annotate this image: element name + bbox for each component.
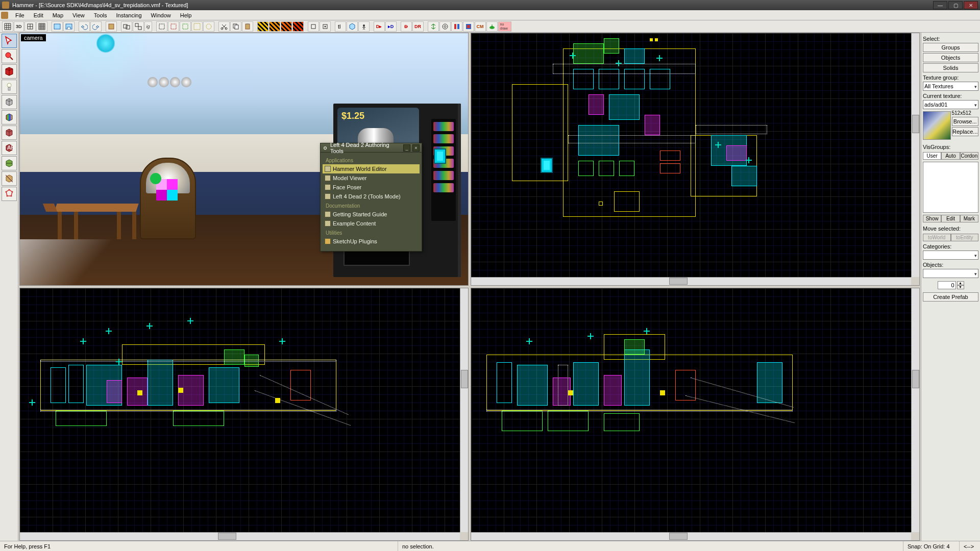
selection-tool[interactable] (2, 34, 17, 48)
faces-input[interactable] (938, 281, 956, 289)
tex-lock-button[interactable] (257, 21, 268, 32)
scrollbar-horizontal[interactable] (471, 277, 911, 285)
camera-tool[interactable] (2, 64, 17, 79)
cordon-button[interactable] (191, 21, 203, 32)
faces-down-button[interactable]: ▼ (957, 285, 964, 289)
carve-button[interactable] (106, 21, 117, 32)
faces-up-button[interactable]: ▲ (957, 281, 964, 285)
visgroup-tab-user[interactable]: User (923, 152, 941, 160)
group-button[interactable] (121, 21, 132, 32)
texture-tool[interactable] (2, 110, 17, 124)
detail-sprites-button[interactable] (486, 21, 498, 32)
menu-instancing[interactable]: Instancing (112, 11, 145, 19)
menu-tools[interactable]: Tools (90, 11, 111, 19)
show-collision-button[interactable] (463, 21, 474, 32)
cut-button[interactable] (218, 21, 230, 32)
grid-larger-button[interactable] (36, 21, 47, 32)
load-window-button[interactable] (52, 21, 63, 32)
select-solids-button[interactable]: Solids (923, 63, 978, 72)
sdk-item-hammer[interactable]: Hammer World Editor (323, 164, 420, 173)
menu-map[interactable]: Map (48, 11, 67, 19)
select-groups-button[interactable]: Groups (923, 43, 978, 52)
ignore-groups-button[interactable]: ig (144, 21, 152, 32)
hide-unselected-button[interactable] (168, 21, 179, 32)
visgroup-show-button[interactable]: Show (923, 215, 941, 222)
select-objects-button[interactable]: Objects (923, 53, 978, 62)
browse-button[interactable]: Browse... (952, 117, 979, 126)
scrollbar-horizontal[interactable] (471, 532, 911, 540)
close-button[interactable]: ✕ (964, 1, 978, 9)
scrollbar-horizontal[interactable] (20, 532, 460, 540)
curtex-select[interactable]: ads/ad01 (923, 100, 978, 109)
disp-noremove-button[interactable]: DR (412, 21, 424, 32)
toggle-helpers-button[interactable]: tl (335, 21, 346, 32)
sdk-item-toolsmode[interactable]: Left 4 Dead 2 (Tools Mode) (323, 192, 420, 201)
visgroup-mark-button[interactable]: Mark (960, 215, 978, 222)
sdk-minimize-button[interactable]: _ (403, 144, 410, 152)
clipping-tool[interactable] (2, 171, 17, 186)
visgroup-edit-button[interactable]: Edit (941, 215, 960, 222)
copy-button[interactable] (230, 21, 241, 32)
to-entity-button[interactable]: toEntity (951, 234, 979, 241)
sdk-item-sketchup[interactable]: SketchUp Plugins (323, 237, 420, 246)
visgroup-tab-cordon[interactable]: Cordon (960, 152, 978, 160)
viewport-top[interactable] (471, 33, 920, 286)
block-tool[interactable] (2, 95, 17, 109)
align-face-button[interactable] (292, 21, 304, 32)
visgroup-tab-auto[interactable]: Auto (941, 152, 960, 160)
disp-nomask-button[interactable]: D (401, 21, 412, 32)
replace-button[interactable]: Replace... (952, 127, 979, 136)
save-window-button[interactable] (63, 21, 75, 32)
grid-toggle-button[interactable] (2, 21, 13, 32)
to-world-button[interactable]: toWorld (923, 234, 951, 241)
3d-toggle-button[interactable]: 3D (14, 21, 24, 32)
run-map-button[interactable] (358, 21, 370, 32)
menu-file[interactable]: File (11, 11, 29, 19)
scrollbar-vertical[interactable] (460, 288, 468, 532)
categories-select[interactable] (923, 251, 978, 260)
redo-button[interactable] (90, 21, 102, 32)
visgroup-list[interactable] (923, 162, 978, 213)
sdk-item-faceposer[interactable]: Face Poser (323, 183, 420, 192)
nodraw-toggle-button[interactable]: no draw (498, 21, 511, 32)
vertex-tool[interactable] (2, 187, 17, 201)
collision-models-button[interactable]: CM (475, 21, 486, 32)
show-detail-button[interactable] (428, 21, 439, 32)
viewport-side[interactable] (471, 288, 920, 541)
select-center-button[interactable] (320, 21, 331, 32)
show-all-button[interactable] (180, 21, 191, 32)
disp-mask-button[interactable]: D▸ (374, 21, 385, 32)
align-world-button[interactable] (281, 21, 292, 32)
objects-select[interactable] (923, 269, 978, 278)
show-light-button[interactable] (451, 21, 462, 32)
disp-walk-button[interactable]: ▸D (385, 21, 397, 32)
minimize-button[interactable]: — (933, 1, 947, 9)
entity-tool[interactable] (2, 80, 17, 94)
overlay-tool[interactable] (2, 156, 17, 170)
select-by-handle-button[interactable] (308, 21, 319, 32)
magnify-tool[interactable] (2, 49, 17, 63)
apply-texture-tool[interactable] (2, 126, 17, 140)
viewport-front[interactable] (19, 288, 469, 541)
menu-help[interactable]: Help (176, 11, 196, 19)
radius-cull-button[interactable] (203, 21, 214, 32)
ungroup-button[interactable] (133, 21, 144, 32)
menu-edit[interactable]: Edit (30, 11, 47, 19)
menu-window[interactable]: Window (147, 11, 175, 19)
decal-tool[interactable]: AB (2, 141, 17, 155)
scrollbar-vertical[interactable] (911, 288, 919, 532)
sdk-item-guide[interactable]: Getting Started Guide (323, 210, 420, 219)
sdk-launcher-dialog[interactable]: ⭘ Left 4 Dead 2 Authoring Tools _ × Appl… (320, 143, 422, 252)
show-nodraw-button[interactable] (439, 21, 451, 32)
sdk-close-button[interactable]: × (412, 144, 420, 152)
texgroup-select[interactable]: All Textures (923, 82, 978, 91)
maximize-button[interactable]: ▢ (948, 1, 963, 9)
undo-button[interactable] (79, 21, 90, 32)
tex-scale-lock-button[interactable] (269, 21, 280, 32)
menu-view[interactable]: View (68, 11, 89, 19)
paste-button[interactable] (242, 21, 253, 32)
scrollbar-vertical[interactable] (911, 33, 919, 277)
create-prefab-button[interactable]: Create Prefab (923, 292, 978, 302)
grid-smaller-button[interactable] (24, 21, 36, 32)
sdk-item-example[interactable]: Example Content (323, 219, 420, 228)
